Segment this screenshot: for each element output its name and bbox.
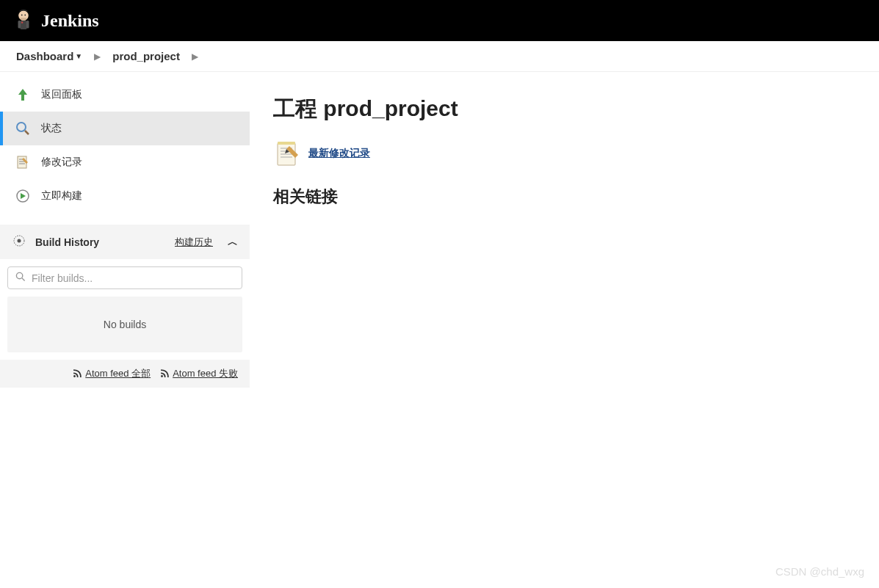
sidebar-item-changes[interactable]: 修改记录: [0, 145, 250, 179]
build-history-header[interactable]: Build History 构建历史 ︿: [0, 225, 250, 259]
svg-point-15: [18, 239, 21, 243]
sidebar-item-build-now[interactable]: 立即构建: [0, 179, 250, 213]
filter-box: [7, 266, 242, 289]
svg-point-18: [73, 375, 76, 377]
svg-rect-2: [18, 21, 21, 29]
breadcrumb-project[interactable]: prod_project: [108, 47, 184, 65]
breadcrumb: Dashboard ▼ ▶ prod_project ▶: [0, 41, 879, 72]
page-title: 工程 prod_project: [273, 94, 856, 124]
trend-icon: [12, 233, 26, 250]
rss-icon: [159, 369, 170, 379]
notepad-icon: [273, 139, 303, 168]
brand-text: Jenkins: [41, 11, 99, 31]
notepad-icon: [15, 154, 31, 170]
jenkins-logo-icon: [12, 7, 35, 34]
svg-rect-6: [21, 22, 23, 23]
chevron-right-icon: ▶: [90, 51, 105, 62]
feed-row: Atom feed 全部 Atom feed 失败: [0, 360, 250, 388]
svg-point-5: [24, 15, 26, 16]
chevron-right-icon: ▶: [187, 51, 203, 62]
svg-rect-1: [21, 21, 27, 29]
chevron-up-icon: ︿: [228, 236, 238, 249]
svg-point-19: [161, 375, 163, 377]
sidebar: 返回面板 状态 修改记录 立即构建: [0, 72, 250, 388]
sidebar-item-status[interactable]: 状态: [0, 112, 250, 145]
svg-line-8: [25, 131, 29, 134]
search-icon: [15, 120, 31, 137]
recent-changes-link[interactable]: 最新修改记录: [308, 147, 370, 160]
no-builds-message: No builds: [7, 297, 242, 352]
atom-feed-all[interactable]: Atom feed 全部: [72, 367, 151, 380]
top-header: Jenkins: [0, 0, 879, 41]
filter-builds-input[interactable]: [32, 272, 234, 284]
svg-line-17: [22, 278, 24, 281]
related-links-title: 相关链接: [273, 186, 856, 208]
main-content: 工程 prod_project 最新修改记录 相关链接: [250, 72, 879, 388]
build-history-title: Build History: [35, 236, 166, 248]
svg-point-16: [16, 272, 22, 278]
arrow-up-icon: [15, 87, 31, 103]
svg-point-4: [21, 15, 23, 16]
logo-area[interactable]: Jenkins: [12, 7, 99, 34]
caret-down-icon: ▼: [75, 52, 82, 60]
atom-feed-failures[interactable]: Atom feed 失败: [159, 367, 238, 380]
clock-play-icon: [15, 188, 31, 204]
svg-point-7: [17, 123, 26, 131]
breadcrumb-dashboard[interactable]: Dashboard ▼: [12, 47, 87, 65]
changes-row: 最新修改记录: [273, 139, 856, 168]
rss-icon: [72, 369, 82, 379]
svg-rect-3: [26, 21, 29, 29]
sidebar-item-back[interactable]: 返回面板: [0, 78, 250, 112]
search-icon: [15, 272, 26, 284]
svg-rect-21: [278, 142, 295, 145]
build-history-subtitle: 构建历史: [175, 236, 213, 249]
